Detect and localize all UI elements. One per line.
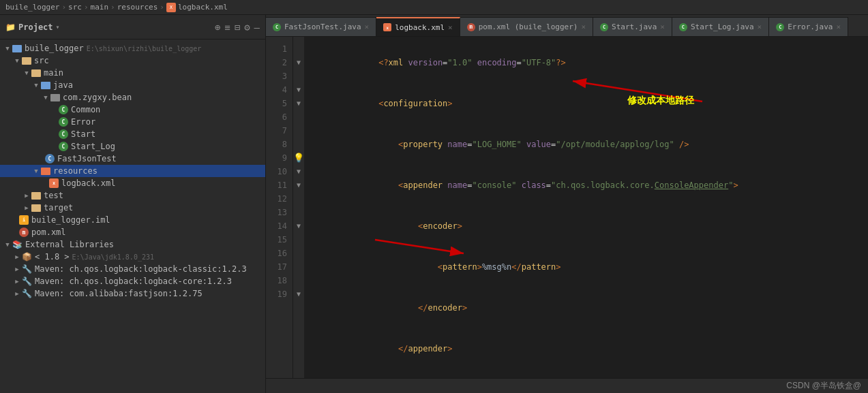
- breadcrumb: buile_logger › src › main › resources › …: [0, 0, 868, 15]
- tab-close-button[interactable]: ×: [448, 23, 453, 32]
- code-line-4: <appender name="console" class="ch.qos.l…: [304, 165, 868, 206]
- tree-label: test: [44, 191, 63, 200]
- breadcrumb-part[interactable]: main: [91, 3, 109, 12]
- tree-item-java[interactable]: ▼ java: [0, 79, 265, 91]
- tab-pom[interactable]: m pom.xml (buile_logger) ×: [460, 17, 593, 36]
- gutter-fold[interactable]: ▼: [293, 178, 304, 192]
- breadcrumb-part[interactable]: resources: [117, 3, 158, 12]
- tab-close-button[interactable]: ×: [836, 22, 841, 31]
- xml-file-icon: x: [166, 3, 176, 12]
- gutter-fold[interactable]: ▼: [293, 165, 304, 178]
- code-editor[interactable]: <?xml version="1.0" encoding="UTF-8"?> <…: [304, 37, 868, 378]
- tree-label: com.zygxy.bean: [63, 93, 132, 102]
- tree-item-package[interactable]: ▼ com.zygxy.bean: [0, 91, 265, 104]
- java-file-icon: C: [600, 23, 608, 31]
- code-container: 1 2 3 4 5 6 7 8 9 10 11 12 13 14 15 16 1…: [266, 37, 868, 378]
- tree-item-pom[interactable]: m pom.xml: [0, 226, 265, 238]
- tab-Error[interactable]: C Error.java ×: [769, 17, 848, 36]
- xml-tab-icon: x: [383, 23, 391, 31]
- tree-label: java: [53, 80, 73, 90]
- tab-close-button[interactable]: ×: [365, 22, 370, 31]
- tab-Start[interactable]: C Start.java ×: [593, 17, 672, 36]
- breadcrumb-part[interactable]: buile_logger: [5, 3, 59, 12]
- folder-icon: [31, 192, 41, 200]
- code-line-7: </encoder>: [304, 287, 868, 328]
- line-numbers: 1 2 3 4 5 6 7 8 9 10 11 12 13 14 15 16 1…: [266, 37, 293, 378]
- gutter-icon: [293, 274, 304, 287]
- tree-item-src[interactable]: ▼ src: [0, 54, 265, 67]
- gutter-icon: [293, 206, 304, 219]
- line-num: 5: [266, 97, 293, 110]
- gutter-icon: [293, 260, 304, 274]
- tree-label: pom.xml: [31, 227, 66, 237]
- tab-close-button[interactable]: ×: [660, 22, 665, 31]
- tabs-bar: C FastJsonTest.java × x logback.xml × m …: [266, 15, 868, 37]
- gutter-icon: [293, 42, 304, 56]
- sidebar: 📁 Project ▾ ⊕ ≡ ⊟ ⚙ — ▼ buile_logger E:\…: [0, 15, 266, 393]
- tree-item-fastjson[interactable]: ▶ 🔧 Maven: com.alibaba:fastjson:1.2.75: [0, 287, 265, 300]
- breadcrumb-sep: ›: [160, 3, 164, 12]
- tree-item-main[interactable]: ▼ main: [0, 67, 265, 79]
- tab-close-button[interactable]: ×: [581, 22, 586, 31]
- maven-dep-icon: 🔧: [22, 264, 32, 274]
- line-num: 15: [266, 233, 293, 247]
- class-icon: C: [59, 129, 68, 139]
- breadcrumb-part[interactable]: src: [68, 3, 82, 12]
- tree-item-test[interactable]: ▶ test: [0, 189, 265, 202]
- tree-item-logback.xml[interactable]: x logback.xml: [0, 177, 265, 189]
- breadcrumb-part[interactable]: logback.xml: [178, 3, 228, 12]
- add-content-icon[interactable]: ⊕: [215, 22, 220, 33]
- folder-icon: [12, 45, 22, 52]
- tree-item-buile_logger[interactable]: ▼ buile_logger E:\shixun\rizhi\buile_log…: [0, 42, 265, 54]
- code-line-5: <encoder>: [304, 206, 868, 247]
- tree-item-Common[interactable]: C Common: [0, 104, 265, 116]
- tree-item-iml[interactable]: i buile_logger.iml: [0, 214, 265, 226]
- watermark: CSDN @半岛铁盒@: [786, 380, 861, 392]
- tree-arrow: ▼: [3, 44, 12, 53]
- line-num: 11: [266, 178, 293, 192]
- tree-item-Start[interactable]: C Start: [0, 128, 265, 140]
- folder-icon: [31, 69, 41, 77]
- tree-item-jdk[interactable]: ▶ 📦 < 1.8 > E:\Java\jdk1.8.0_231: [0, 251, 265, 263]
- tip-bulb-icon[interactable]: 💡: [293, 151, 304, 165]
- tree-item-FastJsonTest[interactable]: C FastJsonTest: [0, 153, 265, 165]
- xml-file-icon: x: [49, 178, 59, 188]
- tree-item-logback-core[interactable]: ▶ 🔧 Maven: ch.qos.logback:logback-core:1…: [0, 275, 265, 287]
- line-num: 2: [266, 56, 293, 69]
- collapse-all-icon[interactable]: ≡: [224, 22, 230, 33]
- chevron-down-icon[interactable]: ▾: [56, 23, 60, 31]
- line-num: 4: [266, 83, 293, 97]
- tree-item-logback-classic[interactable]: ▶ 🔧 Maven: ch.qos.logback:logback-classi…: [0, 263, 265, 275]
- gutter-fold[interactable]: ▼: [293, 287, 304, 301]
- tab-close-button[interactable]: ×: [758, 22, 762, 31]
- folder-icon: [41, 82, 50, 89]
- tab-label: pom.xml (buile_logger): [479, 22, 578, 31]
- tab-logback[interactable]: x logback.xml ×: [376, 17, 460, 36]
- tab-FastJsonTest[interactable]: C FastJsonTest.java ×: [266, 17, 376, 36]
- tree-arrow: ▶: [12, 252, 22, 262]
- tree-item-Start_Log[interactable]: C Start_Log: [0, 140, 265, 153]
- line-num: 7: [266, 124, 293, 138]
- tab-label: logback.xml: [395, 23, 445, 32]
- tree-item-external-libraries[interactable]: ▼ 📚 External Libraries: [0, 238, 265, 251]
- gutter-fold[interactable]: ▼: [293, 56, 304, 69]
- tree-item-Error[interactable]: C Error: [0, 116, 265, 128]
- gutter-fold[interactable]: ▼: [293, 97, 304, 110]
- tree-item-resources[interactable]: ▼ resources: [0, 165, 265, 177]
- line-num: 10: [266, 165, 293, 178]
- tree-arrow: ▼: [12, 56, 22, 65]
- gutter-fold[interactable]: ▼: [293, 219, 304, 233]
- sidebar-header: 📁 Project ▾ ⊕ ≡ ⊟ ⚙ —: [0, 15, 265, 40]
- expand-all-icon[interactable]: ⊟: [235, 22, 240, 33]
- tab-label: Error.java: [788, 22, 833, 31]
- sidebar-title[interactable]: 📁 Project ▾: [5, 22, 60, 32]
- folder-icon: [31, 204, 41, 212]
- tree-label: buile_logger.iml: [31, 215, 110, 225]
- tree-item-target[interactable]: ▶ target: [0, 202, 265, 214]
- tab-Start_Log[interactable]: C Start_Log.java ×: [672, 17, 769, 36]
- minimize-icon[interactable]: —: [254, 22, 260, 33]
- bottom-bar: CSDN @半岛铁盒@: [266, 378, 868, 393]
- gutter-fold[interactable]: ▼: [293, 83, 304, 97]
- tree-label: Maven: com.alibaba:fastjson:1.2.75: [35, 289, 203, 298]
- settings-icon[interactable]: ⚙: [244, 22, 250, 33]
